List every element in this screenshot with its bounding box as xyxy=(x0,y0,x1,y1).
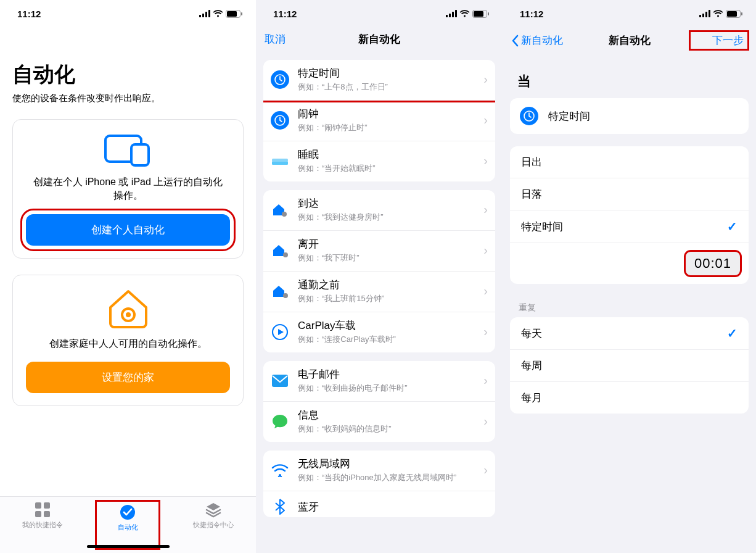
chevron-left-icon xyxy=(511,35,519,47)
tab-automation-label: 自动化 xyxy=(118,523,138,532)
trigger-wifi[interactable]: 无线局域网例如：“当我的iPhone加入家庭无线局域网时” › xyxy=(263,451,495,491)
next-button[interactable]: 下一步 xyxy=(691,32,747,49)
trigger-title: 无线局域网 xyxy=(298,457,479,471)
automation-home-screen: 11:12 自动化 使您的设备在条件改变时作出响应。 创建在个人 iPhone … xyxy=(0,0,256,553)
repeat-monthly[interactable]: 每月 xyxy=(510,382,749,414)
svg-point-32 xyxy=(279,474,281,476)
cellular-icon xyxy=(199,10,210,17)
trigger-sub: 例如：“当开始就眠时” xyxy=(298,163,479,174)
cancel-button[interactable]: 取消 xyxy=(265,32,321,46)
svg-rect-3 xyxy=(208,10,210,17)
trigger-commute[interactable]: 通勤之前例如：“我上班前15分钟” › xyxy=(263,272,495,312)
clock-icon xyxy=(274,115,286,126)
trigger-leave[interactable]: 离开例如：“我下班时” › xyxy=(263,231,495,272)
option-specific-time[interactable]: 特定时间 ✓ xyxy=(510,210,749,243)
wifi-icon xyxy=(459,10,470,17)
page-subtitle: 使您的设备在条件改变时作出响应。 xyxy=(0,93,256,119)
option-sunrise[interactable]: 日出 xyxy=(510,146,749,178)
create-personal-automation-button[interactable]: 创建个人自动化 xyxy=(26,214,231,246)
option-label: 日出 xyxy=(521,155,542,169)
trigger-title: CarPlay车载 xyxy=(298,318,479,333)
trigger-group-location: 到达例如：“我到达健身房时” › 离开例如：“我下班时” › 通勤之前例如：“我… xyxy=(263,190,495,352)
trigger-title: 电子邮件 xyxy=(298,367,479,381)
trigger-time-of-day[interactable]: 特定时间例如：“上午8点，工作日” › xyxy=(263,60,495,101)
tab-gallery[interactable]: 快捷指令中心 xyxy=(183,502,244,530)
trigger-group-communication: 电子邮件例如：“收到曲扬的电子邮件时” › 信息例如：“收到妈妈的信息时” › xyxy=(263,361,495,442)
trigger-sub: 例如：“收到曲扬的电子邮件时” xyxy=(298,383,479,394)
time-value-input[interactable]: 00:01 xyxy=(686,252,740,275)
battery-icon xyxy=(472,10,489,18)
trigger-sub: 例如：“上午8点，工作日” xyxy=(298,81,479,93)
cellular-icon xyxy=(699,10,710,17)
wifi-icon xyxy=(271,464,289,477)
svg-point-10 xyxy=(126,312,131,317)
option-label: 每月 xyxy=(521,391,542,405)
trigger-alarm[interactable]: 闹钟例如：“闹钟停止时” › xyxy=(263,101,495,141)
new-automation-trigger-screen: 11:12 取消 新自动化 特定时间例如：“上午8点，工作日” › 闹钟例如：“… xyxy=(256,0,503,553)
trigger-group-settings: 无线局域网例如：“当我的iPhone加入家庭无线局域网时” › 蓝牙 xyxy=(263,451,495,517)
back-label: 新自动化 xyxy=(521,33,563,48)
svg-point-29 xyxy=(283,293,288,298)
gallery-icon xyxy=(205,502,221,518)
trigger-title: 特定时间 xyxy=(298,66,479,80)
trigger-title: 睡眠 xyxy=(298,148,479,162)
trigger-group-time: 特定时间例如：“上午8点，工作日” › 闹钟例如：“闹钟停止时” › 睡眠例如：… xyxy=(263,60,495,181)
tab-automation[interactable]: 自动化 xyxy=(97,502,158,548)
option-label: 特定时间 xyxy=(521,220,563,234)
svg-point-28 xyxy=(283,252,288,257)
repeat-options-group: 每天 ✓ 每周 每月 xyxy=(510,317,749,414)
trigger-sleep[interactable]: 睡眠例如：“当开始就眠时” › xyxy=(263,141,495,181)
svg-rect-8 xyxy=(131,144,149,165)
option-sunset[interactable]: 日落 xyxy=(510,178,749,210)
repeat-weekly[interactable]: 每周 xyxy=(510,350,749,382)
mail-icon xyxy=(271,374,289,388)
svg-rect-39 xyxy=(741,12,742,15)
status-right xyxy=(446,10,489,18)
svg-rect-31 xyxy=(272,375,288,387)
trigger-message[interactable]: 信息例如：“收到妈妈的信息时” › xyxy=(263,402,495,442)
checkmark-icon: ✓ xyxy=(727,219,738,234)
option-label: 每周 xyxy=(521,359,542,373)
devices-icon xyxy=(104,133,152,167)
tab-shortcuts[interactable]: 我的快捷指令 xyxy=(12,502,73,530)
svg-rect-0 xyxy=(199,15,201,17)
chevron-right-icon: › xyxy=(483,414,488,428)
chevron-right-icon: › xyxy=(483,373,488,388)
wifi-icon xyxy=(713,10,723,17)
bluetooth-icon xyxy=(274,499,286,515)
svg-rect-19 xyxy=(455,10,457,17)
trigger-arrive[interactable]: 到达例如：“我到达健身房时” › xyxy=(263,190,495,231)
trigger-title: 通勤之前 xyxy=(298,278,479,292)
trigger-bluetooth[interactable]: 蓝牙 xyxy=(263,491,495,517)
chevron-right-icon: › xyxy=(483,243,488,257)
tab-gallery-label: 快捷指令中心 xyxy=(193,520,234,530)
svg-rect-18 xyxy=(452,12,454,17)
nav-header: 新自动化 新自动化 下一步 xyxy=(503,27,756,54)
option-label: 每天 xyxy=(521,326,542,341)
home-icon xyxy=(107,289,150,328)
page-title: 自动化 xyxy=(0,27,256,93)
svg-rect-22 xyxy=(488,12,489,15)
status-time: 11:12 xyxy=(273,9,297,19)
trigger-email[interactable]: 电子邮件例如：“收到曲扬的电子邮件时” › xyxy=(263,361,495,402)
selected-trigger-name: 特定时间 xyxy=(548,109,590,123)
svg-rect-6 xyxy=(241,12,242,15)
tab-shortcuts-label: 我的快捷指令 xyxy=(22,520,63,530)
personal-card-desc: 创建在个人 iPhone 或 iPad 上运行的自动化操作。 xyxy=(19,167,237,214)
setup-home-button[interactable]: 设置您的家 xyxy=(26,362,231,393)
home-indicator xyxy=(87,545,170,548)
svg-rect-14 xyxy=(44,511,50,517)
message-icon xyxy=(271,414,289,430)
repeat-daily[interactable]: 每天 ✓ xyxy=(510,317,749,350)
trigger-sub: 例如：“我下班时” xyxy=(298,252,479,264)
trigger-carplay[interactable]: CarPlay车载例如：“连接CarPlay车载时” › xyxy=(263,312,495,352)
clock-icon xyxy=(524,110,535,122)
trigger-sub: 例如：“我到达健身房时” xyxy=(298,212,479,223)
checkmark-icon: ✓ xyxy=(727,326,738,341)
selected-trigger-row: 特定时间 xyxy=(510,98,749,134)
bed-icon xyxy=(271,155,289,167)
trigger-title: 离开 xyxy=(298,237,479,251)
chevron-right-icon: › xyxy=(483,113,488,127)
back-button[interactable]: 新自动化 xyxy=(511,33,568,48)
repeat-label: 重复 xyxy=(503,284,756,316)
